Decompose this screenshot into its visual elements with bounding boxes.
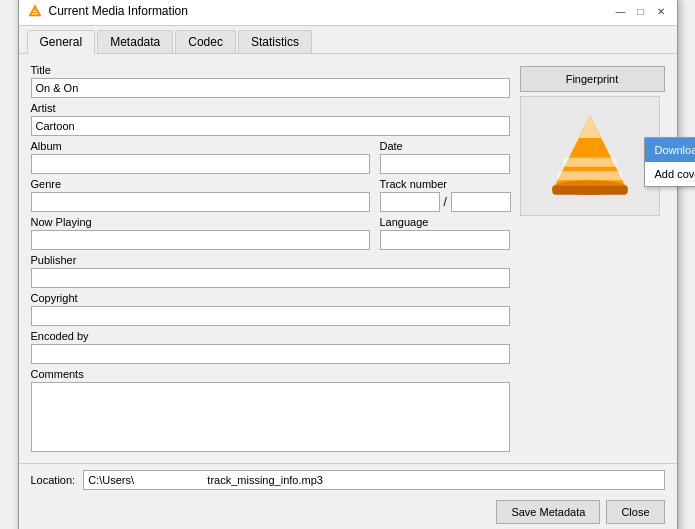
track-number-group: Track number / bbox=[380, 178, 510, 212]
publisher-input[interactable] bbox=[31, 268, 510, 288]
comments-group: Comments bbox=[31, 368, 510, 455]
album-date-row: Album Date bbox=[31, 140, 510, 174]
copyright-group: Copyright bbox=[31, 292, 510, 326]
language-group: Language bbox=[380, 216, 510, 250]
copyright-label: Copyright bbox=[31, 292, 510, 304]
track-number-input[interactable] bbox=[380, 192, 440, 212]
genre-track-row: Genre Track number / bbox=[31, 178, 510, 212]
minimize-button[interactable]: — bbox=[613, 3, 629, 19]
now-playing-group: Now Playing bbox=[31, 216, 370, 250]
maximize-button[interactable]: □ bbox=[633, 3, 649, 19]
main-area: Title Artist Album Date bbox=[19, 54, 677, 463]
artist-label: Artist bbox=[31, 102, 510, 114]
title-input[interactable] bbox=[31, 78, 510, 98]
genre-input[interactable] bbox=[31, 192, 370, 212]
svg-rect-9 bbox=[552, 186, 628, 195]
close-window-button[interactable]: ✕ bbox=[653, 3, 669, 19]
main-window: Current Media Information — □ ✕ General … bbox=[18, 0, 678, 529]
language-label: Language bbox=[380, 216, 510, 228]
download-cover-art-item[interactable]: Download cover art bbox=[645, 138, 696, 162]
right-panel: Fingerprint Downloa bbox=[520, 64, 665, 459]
date-input[interactable] bbox=[380, 154, 510, 174]
title-bar-left: Current Media Information bbox=[27, 3, 188, 19]
vlc-cone-image bbox=[545, 111, 635, 201]
copyright-input[interactable] bbox=[31, 306, 510, 326]
svg-rect-1 bbox=[32, 13, 38, 15]
encoded-by-label: Encoded by bbox=[31, 330, 510, 342]
track-number-total-input[interactable] bbox=[451, 192, 511, 212]
cover-art-dropdown: Download cover art Add cover art from fi… bbox=[644, 137, 696, 187]
location-bar: Location: bbox=[19, 463, 677, 496]
vlc-icon bbox=[27, 3, 43, 19]
svg-rect-6 bbox=[563, 158, 617, 167]
svg-marker-4 bbox=[579, 116, 601, 139]
title-label: Title bbox=[31, 64, 510, 76]
close-button[interactable]: Close bbox=[606, 500, 664, 524]
title-bar-buttons: — □ ✕ bbox=[613, 3, 669, 19]
tab-statistics[interactable]: Statistics bbox=[238, 30, 312, 53]
date-group: Date bbox=[380, 140, 510, 174]
tab-bar: General Metadata Codec Statistics bbox=[19, 26, 677, 54]
now-playing-input[interactable] bbox=[31, 230, 370, 250]
location-label: Location: bbox=[31, 474, 76, 486]
comments-label: Comments bbox=[31, 368, 510, 380]
add-cover-art-item[interactable]: Add cover art from file bbox=[645, 162, 696, 186]
fingerprint-button[interactable]: Fingerprint bbox=[520, 66, 665, 92]
album-label: Album bbox=[31, 140, 370, 152]
svg-rect-2 bbox=[33, 11, 37, 13]
track-number-label: Track number bbox=[380, 178, 510, 190]
album-group: Album bbox=[31, 140, 370, 174]
language-input[interactable] bbox=[380, 230, 510, 250]
publisher-label: Publisher bbox=[31, 254, 510, 266]
window-title: Current Media Information bbox=[49, 4, 188, 18]
save-metadata-button[interactable]: Save Metadata bbox=[496, 500, 600, 524]
now-playing-label: Now Playing bbox=[31, 216, 370, 228]
tab-codec[interactable]: Codec bbox=[175, 30, 236, 53]
cover-art-area: Download cover art Add cover art from fi… bbox=[520, 96, 660, 216]
bottom-bar: Save Metadata Close bbox=[19, 496, 677, 529]
svg-rect-7 bbox=[557, 171, 622, 180]
genre-label: Genre bbox=[31, 178, 370, 190]
artist-input[interactable] bbox=[31, 116, 510, 136]
title-bar: Current Media Information — □ ✕ bbox=[19, 0, 677, 26]
encoded-by-input[interactable] bbox=[31, 344, 510, 364]
album-input[interactable] bbox=[31, 154, 370, 174]
left-panel: Title Artist Album Date bbox=[31, 64, 510, 459]
location-input[interactable] bbox=[83, 470, 664, 490]
track-separator: / bbox=[444, 195, 447, 209]
comments-input[interactable] bbox=[31, 382, 510, 452]
title-group: Title bbox=[31, 64, 510, 98]
tab-metadata[interactable]: Metadata bbox=[97, 30, 173, 53]
date-label: Date bbox=[380, 140, 510, 152]
publisher-group: Publisher bbox=[31, 254, 510, 288]
track-number-inputs: / bbox=[380, 192, 510, 212]
artist-group: Artist bbox=[31, 102, 510, 136]
tab-general[interactable]: General bbox=[27, 30, 96, 54]
encoded-by-group: Encoded by bbox=[31, 330, 510, 364]
nowplaying-language-row: Now Playing Language bbox=[31, 216, 510, 250]
genre-group: Genre bbox=[31, 178, 370, 212]
